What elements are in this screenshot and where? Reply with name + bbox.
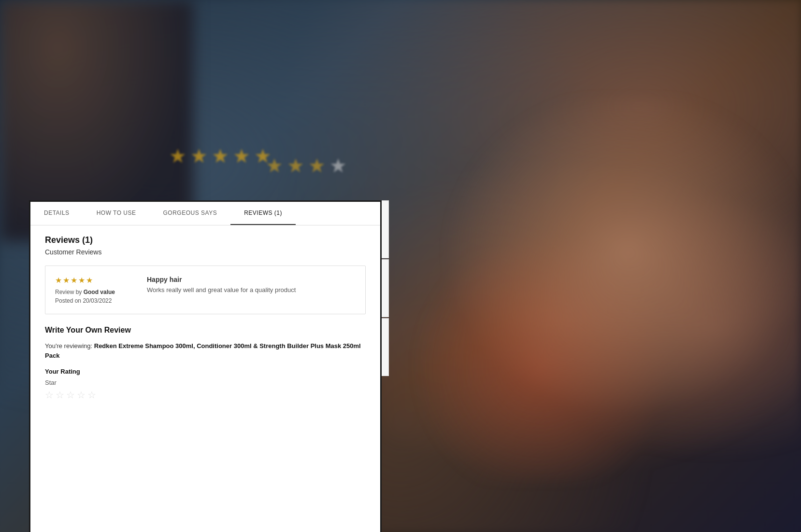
reviewing-prefix: You're reviewing:	[45, 342, 92, 350]
rating-star-5[interactable]: ☆	[87, 389, 96, 401]
review-date: 20/03/2022	[83, 297, 112, 304]
reviewing-label: You're reviewing: Redken Extreme Shampoo…	[45, 341, 366, 360]
review-by-prefix: Review by	[55, 289, 82, 295]
background-hand	[366, 97, 801, 483]
star-2: ★	[63, 276, 70, 285]
star-1: ★	[55, 276, 62, 285]
review-author-line: Review by Good value	[55, 289, 132, 295]
product-detail-card: DETAILS HOW TO USE GORGEOUS SAYS REVIEWS…	[29, 200, 382, 532]
star-5: ★	[86, 276, 93, 285]
background-stars-2: ★ ★ ★ ★	[266, 154, 347, 177]
tab-bar: DETAILS HOW TO USE GORGEOUS SAYS REVIEWS…	[30, 202, 380, 225]
bg-star-3: ★	[212, 145, 229, 167]
rating-star-1[interactable]: ☆	[45, 389, 54, 401]
review-author: Good value	[84, 289, 115, 295]
rating-star-2[interactable]: ☆	[56, 389, 64, 401]
rating-star-4[interactable]: ☆	[77, 389, 86, 401]
bg-star2-4: ★	[329, 154, 347, 177]
tab-details[interactable]: DETAILS	[30, 202, 83, 225]
bg-star2-1: ★	[266, 154, 283, 177]
tab-gorgeous-says[interactable]: GORGEOUS SAYS	[150, 202, 231, 225]
write-review-heading: Write Your Own Review	[45, 326, 366, 335]
star-3: ★	[71, 276, 77, 285]
tab-reviews[interactable]: REVIEWS (1)	[230, 202, 296, 225]
bg-star2-3: ★	[308, 154, 326, 177]
reviewing-product-name: Redken Extreme Shampoo 300ml, Conditione…	[45, 342, 361, 359]
review-title: Happy hair	[147, 276, 356, 283]
tab-content: Reviews (1) Customer Reviews ★ ★ ★ ★ ★ R…	[30, 225, 380, 531]
review-item: ★ ★ ★ ★ ★ Review by Good value Posted on…	[45, 266, 366, 314]
bg-star-1: ★	[169, 145, 186, 167]
your-rating-label: Your Rating	[45, 368, 366, 375]
review-meta: ★ ★ ★ ★ ★ Review by Good value Posted on…	[55, 276, 132, 304]
customer-reviews-label: Customer Reviews	[45, 248, 366, 256]
bg-star-4: ★	[233, 145, 250, 167]
review-body: Works really well and great value for a …	[147, 286, 356, 294]
review-content: Happy hair Works really well and great v…	[147, 276, 356, 304]
bg-star2-2: ★	[287, 154, 304, 177]
rating-input-stars[interactable]: ☆ ☆ ☆ ☆ ☆	[45, 389, 366, 401]
star-4: ★	[78, 276, 85, 285]
bg-star-2: ★	[190, 145, 208, 167]
tab-how-to-use[interactable]: HOW TO USE	[83, 202, 150, 225]
review-date-line: Posted on 20/03/2022	[55, 297, 132, 304]
reviews-heading: Reviews (1)	[45, 235, 366, 245]
review-stars: ★ ★ ★ ★ ★	[55, 276, 132, 285]
background-stars: ★ ★ ★ ★ ★	[169, 145, 272, 167]
posted-prefix: Posted on	[55, 297, 81, 304]
rating-star-3[interactable]: ☆	[66, 389, 75, 401]
star-label: Star	[45, 379, 366, 386]
